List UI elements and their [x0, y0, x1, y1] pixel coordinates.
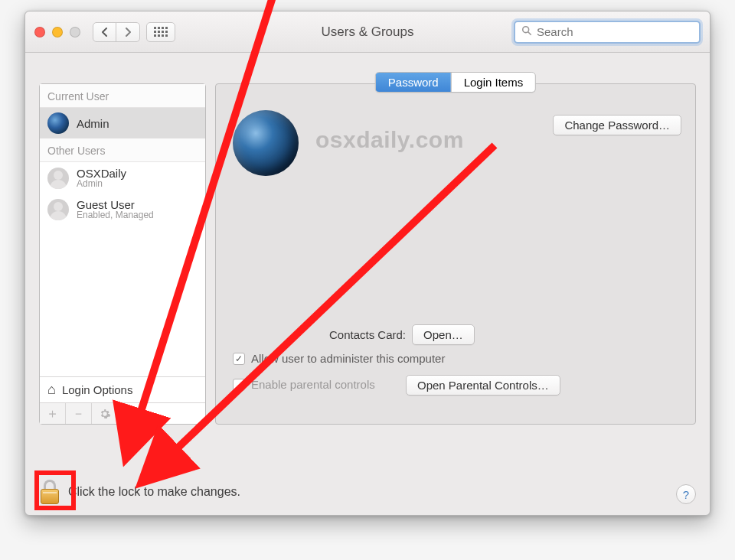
- window-body: Current User Admin Other Users OSXDaily …: [25, 53, 710, 515]
- tab-password[interactable]: Password: [376, 73, 452, 92]
- add-user-button[interactable]: ＋: [40, 403, 66, 424]
- search-field-wrap[interactable]: [514, 21, 701, 44]
- open-parental-controls-button[interactable]: Open Parental Controls…: [406, 375, 560, 396]
- login-options-label: Login Options: [62, 383, 133, 396]
- search-icon: [521, 25, 532, 38]
- allow-admin-label: Allow user to administer this computer: [251, 352, 445, 365]
- minimize-window-button[interactable]: [52, 27, 63, 37]
- user-status: Enabled, Managed: [77, 210, 154, 220]
- svg-line-1: [528, 32, 531, 35]
- grid-icon: [154, 27, 168, 37]
- other-users-header: Other Users: [40, 138, 205, 162]
- user-options-button[interactable]: [92, 403, 118, 424]
- parental-checkbox[interactable]: ✓: [233, 379, 245, 391]
- search-input[interactable]: [537, 25, 693, 38]
- current-user-name: Admin: [77, 117, 109, 130]
- allow-admin-row[interactable]: ✓ Allow user to administer this computer: [233, 352, 445, 365]
- help-button[interactable]: ?: [676, 484, 696, 504]
- titlebar: Users & Groups: [25, 11, 710, 53]
- person-avatar-icon: [47, 168, 69, 189]
- globe-avatar-icon: [47, 112, 69, 134]
- window-controls: [34, 27, 80, 37]
- person-avatar-icon: [47, 199, 69, 220]
- change-password-button[interactable]: Change Password…: [553, 115, 681, 135]
- lock-text: Click the lock to make changes.: [68, 485, 240, 499]
- sidebar-action-bar: ＋ －: [40, 402, 205, 424]
- tab-login-items[interactable]: Login Items: [452, 73, 536, 92]
- sidebar-user-guest[interactable]: Guest User Enabled, Managed: [40, 194, 205, 225]
- users-sidebar: Current User Admin Other Users OSXDaily …: [39, 83, 206, 425]
- sidebar-user-current[interactable]: Admin: [40, 108, 205, 138]
- nav-back-button[interactable]: [93, 23, 116, 41]
- parental-controls-row[interactable]: ✓ Enable parental controls: [233, 378, 375, 391]
- nav-forward-button[interactable]: [116, 23, 139, 41]
- close-window-button[interactable]: [34, 27, 45, 37]
- allow-admin-checkbox[interactable]: ✓: [233, 353, 245, 365]
- show-all-prefs-button[interactable]: [146, 22, 175, 42]
- parental-label: Enable parental controls: [251, 378, 375, 391]
- nav-back-forward: [93, 22, 140, 42]
- sidebar-user-osxdaily[interactable]: OSXDaily Admin: [40, 162, 205, 194]
- login-options-row[interactable]: ⌂ Login Options: [40, 376, 205, 402]
- contacts-card-label: Contacts Card:: [329, 328, 406, 341]
- tab-bar: Password Login Items: [375, 72, 536, 93]
- user-account-picture[interactable]: [233, 110, 299, 176]
- gear-icon: [99, 408, 111, 420]
- open-contacts-button[interactable]: Open…: [412, 324, 475, 345]
- user-role: Admin: [77, 178, 126, 189]
- house-icon: ⌂: [47, 382, 56, 398]
- user-detail-panel: Password Login Items osxdaily.com Change…: [215, 83, 696, 425]
- annotation-highlight-box: [34, 470, 76, 510]
- current-user-header: Current User: [40, 84, 205, 108]
- zoom-window-button[interactable]: [70, 27, 80, 37]
- preferences-window: Users & Groups Current User Admin Other …: [24, 11, 710, 516]
- watermark-text: osxdaily.com: [315, 127, 464, 153]
- contacts-card-row: Contacts Card: Open…: [329, 324, 475, 345]
- remove-user-button[interactable]: －: [66, 403, 92, 424]
